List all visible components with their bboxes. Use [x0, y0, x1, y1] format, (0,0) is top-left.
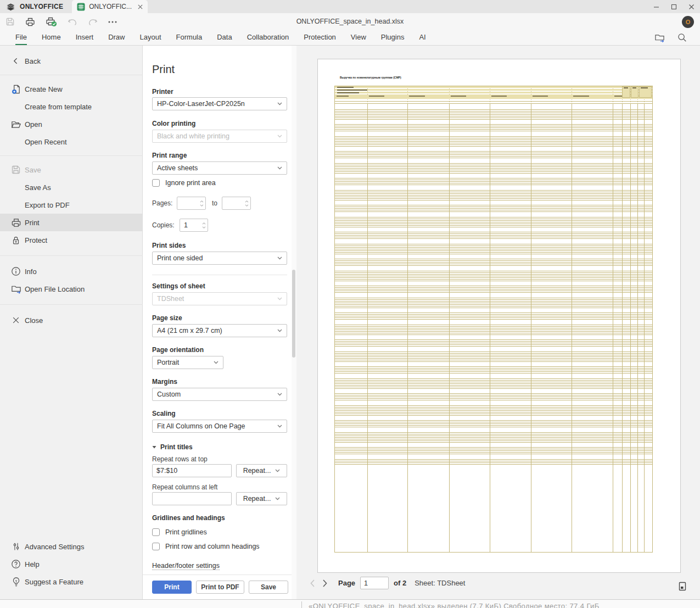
sidebar-item-open[interactable]: Open [0, 115, 142, 133]
ignore-print-area-checkbox[interactable] [152, 179, 160, 187]
tab-formula[interactable]: Formula [176, 30, 203, 45]
next-page-icon[interactable] [321, 579, 329, 588]
sidebar-item-print[interactable]: Print [0, 214, 142, 231]
print-icon[interactable] [25, 17, 35, 27]
pages-label: Pages: [152, 199, 172, 207]
margins-label: Margins [152, 378, 287, 386]
scrollbar-thumb[interactable] [292, 270, 295, 358]
tab-data[interactable]: Data [217, 30, 232, 45]
repeat-rows-input[interactable] [152, 464, 232, 477]
tab-collaboration[interactable]: Collaboration [247, 30, 289, 45]
spinner-arrows-icon[interactable] [245, 200, 249, 207]
spreadsheet-icon [77, 3, 85, 11]
avatar[interactable]: O [682, 16, 694, 28]
pages-to-input[interactable] [226, 199, 245, 207]
preview-header-row [335, 86, 652, 88]
tab-plugins[interactable]: Plugins [381, 30, 405, 45]
margins-select[interactable]: Custom [152, 388, 287, 401]
preview-header-text-smudge [337, 96, 349, 97]
print-headings-checkbox[interactable] [152, 543, 160, 550]
tab-layout[interactable]: Layout [140, 30, 161, 45]
sidebar-item-save: Save [0, 161, 142, 179]
scaling-select[interactable]: Fit All Columns on One Page [152, 420, 287, 433]
copies-spinner[interactable] [180, 219, 208, 232]
sidebar-item-help[interactable]: Help [0, 555, 142, 573]
sidebar-item-save-as[interactable]: Save As [0, 179, 142, 196]
sidebar-item-info[interactable]: Info [0, 263, 142, 280]
preview-sheet-title: Выручка по номенклатурным группам (СМР) [340, 76, 401, 79]
print-titles-header[interactable]: Print titles [152, 443, 287, 451]
copies-input[interactable] [184, 221, 202, 229]
repeat-cols-input[interactable] [152, 492, 232, 505]
print-settings-panel: Print Printer HP-Color-LaserJet-CP2025n … [143, 46, 296, 599]
sidebar-item-export-to-pdf[interactable]: Export to PDF [0, 196, 142, 214]
panel-scrollbar[interactable] [292, 46, 296, 599]
tab-insert[interactable]: Insert [76, 30, 94, 45]
back-button[interactable]: Back [0, 52, 142, 70]
pages-to-spinner[interactable] [222, 197, 251, 210]
close-window-button[interactable] [682, 0, 700, 13]
preview-body-row [335, 120, 652, 125]
tab-close-icon[interactable] [138, 4, 143, 9]
repeat-cols-button[interactable]: Repeat... [236, 492, 287, 505]
new-document-icon [10, 83, 21, 94]
redo-icon[interactable] [88, 18, 98, 26]
ignore-print-area-row[interactable]: Ignore print area [152, 179, 287, 187]
sidebar-item-protect[interactable]: Protect [0, 231, 142, 249]
page-count-label: of 2 [394, 579, 406, 587]
preview-header-text-smudge [409, 96, 425, 97]
preview-header-text-smudge [337, 87, 354, 88]
print-gridlines-checkbox[interactable] [152, 528, 160, 536]
save-icon[interactable] [5, 17, 15, 26]
page-orientation-select[interactable]: Portrait [152, 356, 223, 369]
more-toolbar-icon[interactable] [108, 21, 117, 23]
spinner-arrows-icon[interactable] [202, 222, 206, 228]
repeat-rows-button[interactable]: Repeat... [236, 464, 287, 477]
undo-icon[interactable] [68, 18, 77, 26]
printer-select[interactable]: HP-Color-LaserJet-CP2025n [152, 97, 287, 110]
print-range-select[interactable]: Active sheets [152, 161, 287, 175]
tab-file[interactable]: File [15, 30, 27, 45]
pages-from-input[interactable] [181, 199, 200, 207]
tab-ai[interactable]: AI [419, 30, 425, 45]
header-footer-settings-link[interactable]: Header/footer settings [152, 562, 220, 570]
document-tab[interactable]: ONLYOFFIC... [72, 0, 148, 13]
page-number-input[interactable] [360, 577, 389, 589]
sidebar-item-advanced-settings[interactable]: Advanced Settings [0, 538, 142, 555]
print-gridlines-row[interactable]: Print gridlines [152, 528, 287, 536]
save-button[interactable]: Save [249, 581, 288, 594]
preview-header-text-smudge [337, 90, 367, 91]
maximize-button[interactable] [665, 0, 682, 13]
background-window-statusbar: «ONLYOFFICE_space_in_head.xlsx» выделен … [0, 599, 700, 608]
previous-page-icon[interactable] [309, 579, 316, 588]
print-headings-row[interactable]: Print row and column headings [152, 543, 287, 550]
tab-draw[interactable]: Draw [108, 30, 125, 45]
sidebar-item-open-recent[interactable]: Open Recent [0, 133, 142, 150]
spinner-arrows-icon[interactable] [200, 200, 204, 207]
pages-to-label: to [212, 199, 217, 207]
page-size-select[interactable]: A4 (21 cm x 29.7 cm) [152, 324, 287, 337]
quick-print-icon[interactable] [46, 16, 57, 27]
sidebar-item-create-new[interactable]: Create New [0, 80, 142, 98]
print-sides-select[interactable]: Print one sided [152, 252, 287, 265]
print-to-pdf-button[interactable]: Print to PDF [196, 581, 244, 594]
tab-home[interactable]: Home [42, 30, 61, 45]
search-icon[interactable] [677, 33, 687, 42]
print-preview-table [334, 86, 653, 553]
tab-view[interactable]: View [351, 30, 366, 45]
pages-from-spinner[interactable] [177, 197, 206, 210]
collapse-triangle-icon [152, 445, 156, 449]
sidebar-item-close[interactable]: Close [0, 311, 142, 329]
open-file-location-icon[interactable] [654, 33, 665, 42]
print-button[interactable]: Print [152, 581, 192, 594]
lightbulb-icon [10, 576, 21, 587]
fit-to-page-icon[interactable] [677, 581, 687, 591]
tab-protection[interactable]: Protection [304, 30, 336, 45]
lock-icon [10, 235, 21, 246]
copies-label: Copies: [152, 221, 175, 229]
sidebar-item-suggest-feature[interactable]: Suggest a Feature [0, 573, 142, 590]
minimize-button[interactable] [647, 0, 665, 13]
sidebar-item-open-file-location[interactable]: Open File Location [0, 280, 142, 298]
sidebar-item-create-from-template[interactable]: Create from template [0, 98, 142, 115]
preview-table-body [335, 104, 652, 552]
